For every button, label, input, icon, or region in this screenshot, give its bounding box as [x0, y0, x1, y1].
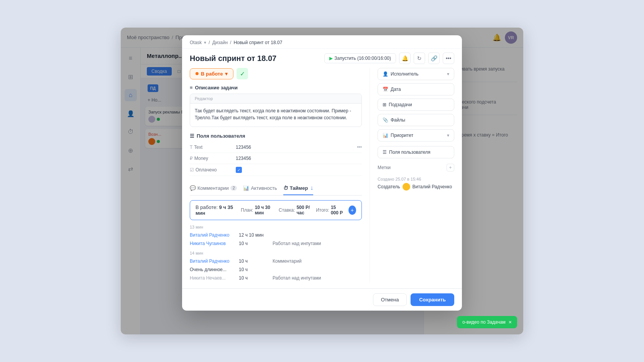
subtasks-row[interactable]: ⊞ Подзадачи: [378, 99, 454, 111]
notif-close-button[interactable]: ×: [509, 319, 512, 325]
tab-comments[interactable]: 💬 Комментарии 2: [190, 182, 237, 195]
description-content: Так будет выглядеть текст, когда поле в …: [190, 104, 361, 127]
play-icon: ▶: [329, 56, 333, 61]
fields-icon: ☰: [190, 133, 194, 139]
bell-btn[interactable]: 🔔: [399, 53, 411, 64]
entry-2-1-user[interactable]: Виталий Радченко: [190, 258, 236, 264]
entry-2-3-user[interactable]: Никита Нечаев...: [190, 275, 236, 281]
money-field-icon: ₽: [190, 156, 193, 161]
modal-bc-sep1: /: [209, 40, 210, 45]
creator-avatar: [402, 183, 410, 191]
entry-1-2-time: 10 ч: [239, 241, 269, 246]
priority-text: Приоритет: [391, 133, 413, 138]
entry-2-2-time: 10 ч: [239, 267, 269, 272]
entry-2-3: Никита Нечаев... 10 ч Работал над инпута…: [190, 274, 362, 282]
modal-bc-part2[interactable]: Дизайн: [212, 40, 228, 45]
timer-total-label: Итого:: [316, 207, 329, 213]
timer-plan-stat: План: 10 ч 30 мин: [241, 205, 274, 216]
launch-button[interactable]: ▶ Запустить (16:00:00/16:00): [324, 53, 396, 63]
fields-section-title: ☰ Поля пользователя: [190, 133, 362, 139]
date-label-1: 13 мин: [190, 225, 362, 229]
date-text: Дата: [391, 87, 401, 92]
entry-2-2: Очень длинное... 10 ч: [190, 265, 362, 274]
notification-bar: о-видео по Задачам ×: [457, 316, 517, 328]
creator-label: Создатель: [378, 184, 400, 189]
priority-label: 📊 Приоритет: [383, 133, 413, 138]
desc-icon: ≡: [190, 85, 193, 90]
status-button[interactable]: В работе ▾: [190, 68, 233, 79]
creator-row: Создатель Виталий Радченко: [378, 183, 454, 191]
tag-add-button[interactable]: +: [447, 164, 454, 171]
entry-1-2-comment: Работал над инпутами: [273, 241, 321, 246]
modal-header: Новый спринт от 18.07 ▶ Запустить (16:00…: [182, 49, 462, 68]
link-btn[interactable]: 🔗: [428, 53, 440, 64]
files-label: 📎 Файлы: [383, 117, 405, 123]
timer-total-value: 15 000 Р: [331, 205, 344, 216]
tab-activity[interactable]: 📊 Активность: [243, 182, 277, 195]
field-row-text: T Text 123456 •••: [190, 142, 362, 153]
field-label-paid: ☑ Оплачено: [190, 167, 236, 173]
timer-plan-value: 10 ч 30 мин: [255, 205, 274, 216]
entry-2-3-comment: Работал над инпутами: [273, 275, 321, 281]
performer-label: 👤 Исполнитель: [383, 71, 419, 77]
performer-row[interactable]: 👤 Исполнитель ▾: [378, 68, 454, 80]
user-fields-right-row[interactable]: ☰ Поля пользователя: [378, 146, 454, 158]
timer-total-stat: Итого: 15 000 Р: [316, 205, 344, 216]
task-modal: Otask ▾ / Дизайн / Новый спринт от 18.07…: [182, 35, 462, 311]
paid-field-icon: ☑: [190, 167, 194, 173]
field-actions-text[interactable]: •••: [357, 145, 362, 150]
timer-rate-label: Ставка:: [279, 207, 295, 213]
entry-2-1-comment: Комментарий: [273, 258, 302, 264]
tab-timer[interactable]: ⏱ Таймер ↓: [283, 181, 314, 195]
timer-rate-value: 500 Р/час: [297, 205, 312, 216]
subtasks-text: Подзадачи: [389, 102, 412, 107]
entry-1-1-user[interactable]: Виталий Радченко: [190, 232, 236, 238]
field-row-money: ₽ Money 123456: [190, 153, 362, 164]
date-row[interactable]: 📅 Дата: [378, 83, 454, 95]
timer-panel: В работе: 9 ч 35 мин План: 10 ч 30 мин С…: [190, 200, 362, 220]
modal-title: Новый спринт от 18.07: [190, 54, 276, 63]
field-value-paid[interactable]: ✓: [236, 167, 362, 173]
description-section-title: ≡ Описание задачи: [190, 85, 362, 90]
timer-plan-label: План:: [241, 207, 253, 213]
status-label: В работе: [201, 71, 223, 77]
paid-field-name: Оплачено: [196, 167, 217, 173]
files-row[interactable]: 📎 Файлы: [378, 114, 454, 126]
entry-1-2: Никита Чугаинов 10 ч Работал над инпутам…: [190, 239, 362, 248]
check-button[interactable]: ✓: [237, 68, 248, 79]
more-btn[interactable]: •••: [443, 53, 454, 64]
priority-row[interactable]: 📊 Приоритет ▾: [378, 129, 454, 142]
cancel-button[interactable]: Отмена: [373, 293, 407, 306]
timer-tab-icon: ⏱: [283, 185, 288, 191]
modal-bc-part1: Otask: [190, 40, 202, 45]
timer-working-label: В работе:: [196, 204, 218, 210]
refresh-btn[interactable]: ↻: [414, 53, 425, 64]
editor-label: Редактор: [190, 94, 361, 104]
modal-bc-dropdown[interactable]: ▾: [204, 40, 206, 45]
modal-tabs: 💬 Комментарии 2 📊 Активность ⏱ Таймер ↓: [190, 181, 362, 196]
entry-2-2-user[interactable]: Очень длинное...: [190, 267, 236, 272]
activity-tab-label: Активность: [251, 185, 277, 191]
subtasks-label: ⊞ Подзадачи: [383, 102, 412, 107]
field-label-money: ₽ Money: [190, 156, 236, 161]
entry-2-1: Виталий Радченко 10 ч Комментарий: [190, 257, 362, 265]
performer-icon: 👤: [383, 71, 388, 77]
modal-right: 👤 Исполнитель ▾ 📅 Дата: [370, 68, 454, 282]
user-fields-right-icon: ☰: [383, 150, 387, 155]
paid-checkbox[interactable]: ✓: [236, 167, 242, 173]
modal-footer: Отмена Сохранить: [182, 288, 462, 311]
modal-bc-part3: Новый спринт от 18.07: [233, 40, 282, 45]
field-value-money[interactable]: 123456: [236, 156, 362, 161]
entry-1-2-user[interactable]: Никита Чугаинов: [190, 241, 236, 246]
field-value-text[interactable]: 123456: [236, 145, 357, 150]
creator-name: Виталий Радченко: [412, 184, 452, 189]
save-button[interactable]: Сохранить: [411, 293, 454, 306]
money-field-name: Money: [194, 156, 208, 161]
tags-label: Метки: [378, 165, 391, 170]
description-box[interactable]: Редактор Так будет выглядеть текст, когд…: [190, 94, 362, 127]
modal-header-actions: ▶ Запустить (16:00:00/16:00) 🔔 ↻ 🔗 •••: [324, 53, 454, 64]
files-icon: 📎: [383, 117, 388, 123]
timer-add-button[interactable]: +: [348, 206, 356, 215]
status-chevron: ▾: [225, 71, 228, 77]
desc-label: Описание задачи: [195, 85, 238, 90]
